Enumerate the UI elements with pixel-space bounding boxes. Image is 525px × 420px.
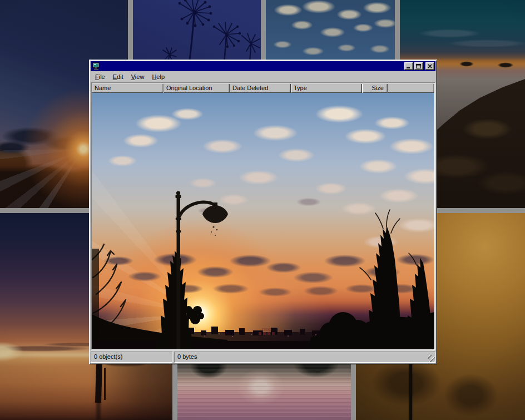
maximize-icon	[416, 64, 422, 69]
column-header-original-location[interactable]: Original Location	[164, 83, 230, 93]
computer-icon	[92, 62, 100, 70]
menubar: File Edit View Help	[91, 71, 435, 82]
column-header-date-deleted[interactable]: Date Deleted	[230, 83, 291, 93]
status-bar: 0 object(s) 0 bytes	[91, 352, 435, 363]
menu-file[interactable]: File	[91, 72, 109, 81]
column-header-empty[interactable]	[388, 83, 434, 93]
menu-edit[interactable]: Edit	[109, 72, 127, 81]
close-icon	[428, 64, 433, 68]
titlebar[interactable]	[91, 61, 435, 71]
close-button[interactable]	[425, 62, 434, 70]
menu-view[interactable]: View	[127, 72, 148, 81]
resize-grip[interactable]	[428, 355, 435, 362]
column-headers: Name Original Location Date Deleted Type…	[92, 83, 434, 93]
status-object-count: 0 object(s)	[91, 352, 172, 363]
minimize-icon	[406, 64, 412, 69]
column-header-type[interactable]: Type	[291, 83, 362, 93]
column-header-size[interactable]: Size	[362, 83, 388, 93]
maximize-button[interactable]	[414, 62, 423, 70]
minimize-button[interactable]	[404, 62, 413, 70]
landscape-silhouettes: pino	[92, 93, 434, 349]
status-size: 0 bytes	[174, 352, 435, 363]
list-client-area[interactable]: pino	[92, 93, 434, 349]
recycle-style-window: File Edit View Help Name Original Locati…	[89, 60, 437, 364]
menu-help[interactable]: Help	[148, 72, 169, 81]
file-list-view: Name Original Location Date Deleted Type…	[91, 82, 435, 350]
column-header-name[interactable]: Name	[92, 83, 164, 93]
photo-watermark: pino	[262, 327, 271, 332]
